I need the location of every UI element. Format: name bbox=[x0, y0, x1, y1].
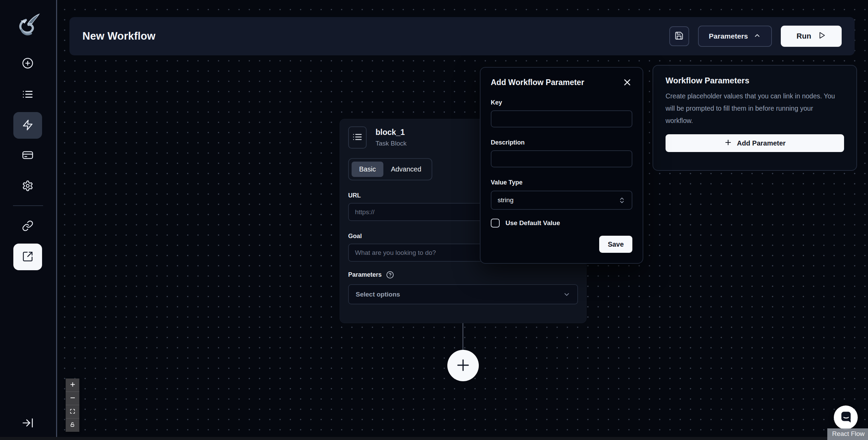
sidebar bbox=[0, 0, 57, 440]
canvas-controls bbox=[66, 379, 79, 432]
arrow-right-to-line-icon bbox=[22, 425, 34, 430]
description-input[interactable] bbox=[491, 150, 632, 167]
external-link-icon bbox=[22, 251, 34, 263]
node-subtitle: Task Block bbox=[376, 140, 407, 147]
plus-icon bbox=[454, 356, 472, 375]
workflow-canvas[interactable]: New Workflow Parameters bbox=[57, 0, 868, 440]
parameters-label-row: Parameters bbox=[348, 271, 578, 279]
plus-icon bbox=[724, 138, 732, 148]
sidebar-item-integrations[interactable] bbox=[22, 220, 34, 232]
sidebar-item-billing[interactable] bbox=[22, 149, 34, 162]
sidebar-item-settings[interactable] bbox=[22, 180, 34, 192]
modal-actions: Save bbox=[491, 236, 632, 253]
chevrons-up-down-icon bbox=[618, 197, 626, 204]
parameters-select-placeholder: Select options bbox=[356, 291, 400, 298]
skyvern-logo bbox=[14, 11, 42, 39]
value-type-selected: string bbox=[498, 196, 513, 204]
workflow-header: New Workflow Parameters bbox=[69, 17, 855, 55]
parameters-multiselect[interactable]: Select options bbox=[348, 284, 578, 304]
value-type-label: Value Type bbox=[491, 179, 632, 186]
run-button[interactable]: Run bbox=[781, 26, 842, 47]
chevron-up-icon bbox=[753, 32, 761, 41]
skyvern-workflow-editor: New Workflow Parameters bbox=[0, 0, 868, 440]
sidebar-item-create[interactable] bbox=[22, 57, 34, 70]
parameters-panel-title: Workflow Parameters bbox=[666, 76, 844, 85]
header-actions: Parameters Run bbox=[669, 26, 842, 47]
lock-open-icon bbox=[70, 422, 75, 428]
add-parameter-button[interactable]: Add Parameter bbox=[666, 134, 844, 152]
zoom-in-button[interactable] bbox=[66, 379, 79, 392]
add-block-button[interactable] bbox=[447, 350, 479, 381]
description-label: Description bbox=[491, 139, 632, 146]
use-default-value-row[interactable]: Use Default Value bbox=[491, 219, 632, 228]
modal-header: Add Workflow Parameter bbox=[491, 77, 632, 87]
fit-view-button[interactable] bbox=[66, 405, 79, 418]
node-parameters-label: Parameters bbox=[348, 271, 382, 278]
key-input[interactable] bbox=[491, 110, 632, 127]
list-icon bbox=[22, 96, 34, 101]
value-type-select[interactable]: string bbox=[491, 191, 632, 210]
add-parameter-label: Add Parameter bbox=[737, 139, 786, 147]
sidebar-item-open-external[interactable] bbox=[13, 244, 42, 270]
add-parameter-modal: Add Workflow Parameter Key Description V… bbox=[480, 67, 643, 264]
close-icon bbox=[622, 83, 632, 88]
parameters-button-label: Parameters bbox=[709, 32, 748, 40]
credit-card-icon bbox=[22, 157, 34, 162]
chat-widget-button[interactable] bbox=[834, 405, 858, 429]
chevron-down-icon bbox=[563, 291, 570, 298]
block-icon-box bbox=[348, 126, 367, 149]
gear-icon bbox=[22, 188, 34, 193]
list-icon bbox=[352, 132, 363, 143]
plus-icon bbox=[69, 381, 76, 389]
modal-title: Add Workflow Parameter bbox=[491, 78, 584, 87]
sidebar-collapse-button[interactable] bbox=[21, 417, 34, 430]
parameters-toggle-button[interactable]: Parameters bbox=[698, 26, 772, 47]
use-default-checkbox[interactable] bbox=[491, 219, 500, 228]
link-icon bbox=[22, 228, 34, 233]
sidebar-item-runs[interactable] bbox=[22, 88, 34, 101]
plus-circle-icon bbox=[22, 65, 34, 70]
key-label: Key bbox=[491, 99, 632, 106]
lock-toggle-button[interactable] bbox=[66, 418, 79, 432]
zoom-out-button[interactable] bbox=[66, 392, 79, 405]
run-button-label: Run bbox=[797, 32, 811, 41]
play-icon bbox=[817, 31, 826, 42]
parameters-panel-description: Create placeholder values that you can l… bbox=[666, 90, 838, 127]
help-circle-icon[interactable] bbox=[386, 271, 394, 279]
edge-connector bbox=[462, 323, 463, 350]
node-title: block_1 bbox=[376, 128, 407, 137]
chat-bubble-icon bbox=[839, 410, 853, 425]
maximize-icon bbox=[70, 409, 75, 415]
sidebar-item-workflows[interactable] bbox=[13, 112, 42, 139]
node-tabs: Basic Advanced bbox=[348, 158, 432, 180]
save-parameter-button[interactable]: Save bbox=[599, 236, 632, 253]
modal-close-button[interactable] bbox=[622, 77, 632, 87]
use-default-label: Use Default Value bbox=[505, 219, 560, 227]
minus-icon bbox=[69, 395, 76, 402]
tab-basic[interactable]: Basic bbox=[352, 162, 383, 177]
page-title: New Workflow bbox=[82, 30, 156, 42]
workflow-parameters-panel: Workflow Parameters Create placeholder v… bbox=[653, 65, 857, 171]
react-flow-attribution[interactable]: React Flow bbox=[827, 428, 868, 440]
tab-advanced[interactable]: Advanced bbox=[383, 162, 429, 177]
window-edge bbox=[0, 437, 868, 440]
save-icon bbox=[674, 31, 684, 41]
sidebar-divider bbox=[13, 205, 43, 206]
save-workflow-button[interactable] bbox=[669, 26, 689, 46]
node-titles: block_1 Task Block bbox=[376, 128, 407, 147]
zap-icon bbox=[22, 119, 34, 132]
